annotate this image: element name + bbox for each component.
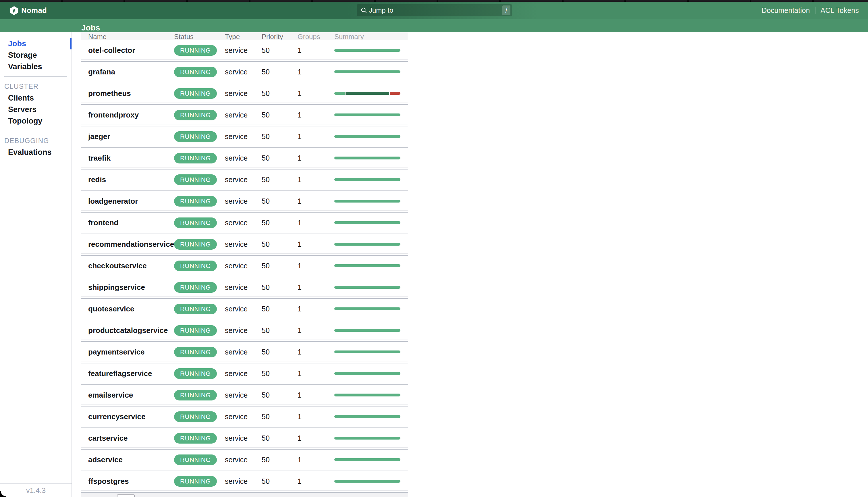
job-row-featureflagservice[interactable]: featureflagserviceRUNNINGservice501 [81, 364, 408, 385]
documentation-link[interactable]: Documentation [762, 6, 810, 15]
sidebar-item-clients[interactable]: Clients [0, 92, 72, 104]
job-status: RUNNING [174, 428, 217, 448]
job-priority: 50 [262, 191, 270, 211]
job-name: frontendproxy [88, 105, 139, 125]
job-type: service [225, 126, 248, 146]
job-name: frontend [88, 213, 118, 233]
job-groups: 1 [298, 105, 302, 125]
job-row-recommendationservice[interactable]: recommendationserviceRUNNINGservice501 [81, 234, 408, 256]
job-priority: 50 [262, 450, 270, 470]
job-groups: 1 [298, 385, 302, 405]
sidebar-menu: JobsStorageVariablesCLUSTERClientsServer… [0, 38, 72, 158]
job-row-frontendproxy[interactable]: frontendproxyRUNNINGservice501 [81, 105, 408, 126]
job-status: RUNNING [174, 105, 217, 125]
allocation-summary-bar [334, 200, 401, 202]
allocation-summary-bar [334, 437, 401, 440]
job-summary [334, 191, 401, 211]
status-badge: RUNNING [174, 411, 217, 422]
job-row-currencyservice[interactable]: currencyserviceRUNNINGservice501 [81, 407, 408, 428]
active-indicator-bar [70, 38, 72, 49]
job-name: cartservice [88, 428, 128, 448]
summary-segment [334, 178, 401, 181]
acl-tokens-link[interactable]: ACL Tokens [821, 6, 859, 15]
column-header-status[interactable]: Status [174, 33, 193, 40]
job-type: service [225, 277, 248, 297]
job-groups: 1 [298, 256, 302, 276]
job-summary [334, 148, 401, 168]
job-priority: 50 [262, 40, 270, 60]
job-row-jaeger[interactable]: jaegerRUNNINGservice501 [81, 126, 408, 148]
nomad-hexagon-icon [10, 6, 18, 15]
job-priority: 50 [262, 234, 270, 254]
job-row-prometheus[interactable]: prometheusRUNNINGservice501 [81, 83, 408, 105]
breadcrumb-jobs[interactable]: Jobs [81, 24, 100, 32]
job-row-quoteservice[interactable]: quoteserviceRUNNINGservice501 [81, 299, 408, 320]
job-row-paymentservice[interactable]: paymentserviceRUNNINGservice501 [81, 342, 408, 364]
job-priority: 50 [262, 148, 270, 168]
sidebar-item-evaluations[interactable]: Evaluations [0, 146, 72, 158]
sidebar-item-label: Topology [8, 117, 42, 126]
job-row-emailservice[interactable]: emailserviceRUNNINGservice501 [81, 385, 408, 407]
column-header-name[interactable]: Name [88, 33, 106, 40]
sidebar-item-label: Clients [8, 94, 34, 102]
job-status: RUNNING [174, 62, 217, 82]
job-status: RUNNING [174, 126, 217, 146]
job-type: service [225, 450, 248, 470]
allocation-summary-bar [334, 264, 401, 267]
job-row-traefik[interactable]: traefikRUNNINGservice501 [81, 148, 408, 170]
sidebar: JobsStorageVariablesCLUSTERClientsServer… [0, 32, 72, 497]
allocation-summary-bar [334, 135, 401, 138]
job-status: RUNNING [174, 320, 217, 340]
summary-segment [334, 308, 401, 310]
job-row-adservice[interactable]: adserviceRUNNINGservice501 [81, 450, 408, 471]
job-summary [334, 83, 401, 103]
job-name: otel-collector [88, 40, 135, 60]
allocation-summary-bar [334, 92, 401, 95]
allocation-summary-bar [334, 415, 401, 418]
sidebar-footer: v1.4.3 [0, 483, 72, 497]
job-row-redis[interactable]: redisRUNNINGservice501 [81, 170, 408, 191]
job-priority: 50 [262, 299, 270, 319]
job-type: service [225, 471, 248, 491]
job-summary [334, 299, 401, 319]
sidebar-item-topology[interactable]: Topology [0, 115, 72, 127]
screen-corner [0, 491, 6, 497]
job-row-checkoutservice[interactable]: checkoutserviceRUNNINGservice501 [81, 256, 408, 277]
job-priority: 50 [262, 364, 270, 384]
job-name: redis [88, 170, 106, 189]
allocation-summary-bar [334, 329, 401, 332]
job-row-loadgenerator[interactable]: loadgeneratorRUNNINGservice501 [81, 191, 408, 213]
summary-segment [334, 286, 401, 289]
column-header-type[interactable]: Type [225, 33, 240, 40]
sidebar-item-jobs[interactable]: Jobs [0, 38, 72, 49]
pagination-control[interactable] [117, 494, 135, 497]
job-row-productcatalogservice[interactable]: productcatalogserviceRUNNINGservice501 [81, 320, 408, 342]
job-row-frontend[interactable]: frontendRUNNINGservice501 [81, 213, 408, 234]
jump-to-search-input[interactable]: Jump to / [357, 4, 512, 16]
status-badge: RUNNING [174, 131, 217, 142]
job-status: RUNNING [174, 40, 217, 60]
job-summary [334, 450, 401, 470]
job-row-grafana[interactable]: grafanaRUNNINGservice501 [81, 62, 408, 83]
column-header-priority[interactable]: Priority [262, 33, 283, 40]
job-priority: 50 [262, 213, 270, 233]
job-row-cartservice[interactable]: cartserviceRUNNINGservice501 [81, 428, 408, 450]
sidebar-item-servers[interactable]: Servers [0, 104, 72, 115]
job-type: service [225, 407, 248, 427]
sidebar-item-storage[interactable]: Storage [0, 49, 72, 61]
summary-segment [334, 394, 401, 396]
job-name: featureflagservice [88, 364, 152, 384]
job-row-ffspostgres[interactable]: ffspostgresRUNNINGservice501 [81, 471, 408, 493]
job-summary [334, 342, 401, 362]
nomad-logo[interactable]: Nomad [10, 2, 47, 19]
job-groups: 1 [298, 234, 302, 254]
allocation-summary-bar [334, 221, 401, 224]
job-summary [334, 234, 401, 254]
job-row-shippingservice[interactable]: shippingserviceRUNNINGservice501 [81, 277, 408, 299]
job-type: service [225, 385, 248, 405]
sidebar-item-variables[interactable]: Variables [0, 61, 72, 72]
job-priority: 50 [262, 83, 270, 103]
allocation-summary-bar [334, 70, 401, 73]
sidebar-item-label: Servers [8, 105, 37, 114]
job-row-otel-collector[interactable]: otel-collectorRUNNINGservice501 [81, 40, 408, 62]
